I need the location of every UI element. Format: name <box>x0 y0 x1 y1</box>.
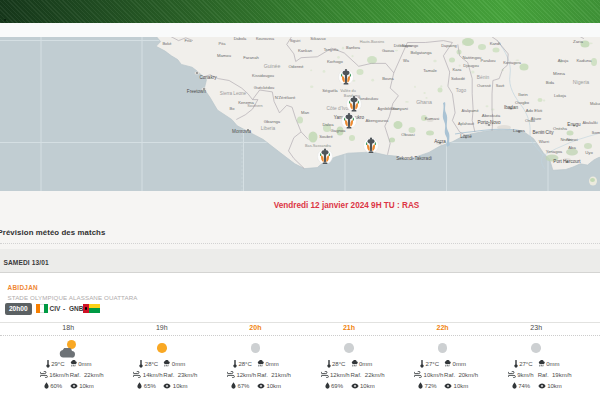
svg-text:Porto-Novo: Porto-Novo <box>477 120 501 125</box>
svg-text:Hauts-Bassins: Hauts-Bassins <box>360 40 385 44</box>
svg-text:Abakaliki: Abakaliki <box>582 121 597 125</box>
svg-text:Soubré: Soubré <box>319 134 333 139</box>
svg-text:Onitsha: Onitsha <box>553 126 568 131</box>
svg-text:Liberia: Liberia <box>261 126 276 131</box>
svg-text:Daloa: Daloa <box>323 122 335 127</box>
svg-text:Lokoja: Lokoja <box>554 93 567 98</box>
svg-text:Kara: Kara <box>453 67 463 72</box>
svg-text:Osogbo: Osogbo <box>515 100 530 105</box>
svg-text:Sierra Leone: Sierra Leone <box>220 91 247 96</box>
svg-text:Sekondi-Takoradi: Sekondi-Takoradi <box>396 156 432 161</box>
svg-text:Siguiri: Siguiri <box>290 39 301 43</box>
svg-text:Ikom: Ikom <box>592 130 600 135</box>
svg-text:Akure: Akure <box>531 116 542 121</box>
svg-text:Kaduna: Kaduna <box>576 58 592 63</box>
svg-text:Boké: Boké <box>162 41 172 46</box>
svg-text:Sokodé: Sokodé <box>451 76 466 81</box>
svg-text:Freetown: Freetown <box>187 89 207 94</box>
svg-text:Minna: Minna <box>553 71 566 76</box>
svg-text:Ibadan: Ibadan <box>504 105 518 110</box>
svg-text:Bondoukou: Bondoukou <box>358 96 378 101</box>
svg-text:Ado Ekiti: Ado Ekiti <box>526 108 543 113</box>
svg-text:Abuja: Abuja <box>558 58 569 63</box>
svg-text:Navrongo: Navrongo <box>402 44 418 48</box>
svg-text:Port Harcourt: Port Harcourt <box>553 159 581 164</box>
svg-text:Natitingou: Natitingou <box>463 55 483 60</box>
svg-text:Nigeria: Nigeria <box>573 79 590 85</box>
svg-text:Gbarnga: Gbarnga <box>264 119 281 124</box>
svg-text:Togo: Togo <box>456 88 467 93</box>
svg-text:Kontagora: Kontagora <box>503 61 521 65</box>
svg-text:N'Zérékoré: N'Zérékoré <box>275 95 296 100</box>
svg-text:Bo: Bo <box>230 106 236 111</box>
svg-text:Dabola: Dabola <box>234 37 247 41</box>
svg-text:Faranah: Faranah <box>243 55 259 60</box>
svg-text:Ilorin: Ilorin <box>518 92 528 97</box>
svg-text:Séguéla: Séguéla <box>322 88 338 93</box>
svg-text:Fria: Fria <box>185 38 193 43</box>
svg-text:Uyo: Uyo <box>585 150 593 155</box>
svg-text:Pita: Pita <box>219 41 227 46</box>
svg-text:Bouna: Bouna <box>382 76 394 81</box>
svg-text:Bénin: Bénin <box>477 75 490 80</box>
svg-text:Monrovia: Monrovia <box>232 129 251 134</box>
svg-text:Bas-Sassandra: Bas-Sassandra <box>305 144 332 148</box>
svg-text:Atakpamé: Atakpamé <box>461 109 478 113</box>
svg-text:Savè: Savè <box>496 84 505 88</box>
svg-text:Guéckédou: Guéckédou <box>254 85 274 90</box>
svg-text:Djougou: Djougou <box>463 63 479 68</box>
svg-text:Benin City: Benin City <box>533 130 555 135</box>
svg-text:Sikasso: Sikasso <box>310 37 326 41</box>
svg-text:Obuasi: Obuasi <box>401 132 414 137</box>
svg-text:Wa: Wa <box>403 58 410 63</box>
svg-text:Ghana: Ghana <box>416 99 432 105</box>
svg-text:Odienné: Odienné <box>288 64 304 69</box>
svg-text:Lagos: Lagos <box>513 128 526 133</box>
svg-text:Vallée du: Vallée du <box>340 89 356 93</box>
svg-text:Conakry: Conakry <box>199 75 217 80</box>
svg-text:Lomé: Lomé <box>460 134 472 139</box>
svg-text:Kouroussa: Kouroussa <box>256 37 275 41</box>
svg-text:Banfora: Banfora <box>346 45 361 50</box>
svg-text:Abengourou: Abengourou <box>366 118 389 123</box>
svg-text:Dapaong: Dapaong <box>441 44 456 48</box>
svg-text:Southern: Southern <box>247 104 262 108</box>
svg-text:Aba: Aba <box>568 145 576 150</box>
svg-text:Mamou: Mamou <box>217 53 232 58</box>
svg-text:Abeokuta: Abeokuta <box>482 113 501 118</box>
svg-text:Bida: Bida <box>546 80 555 85</box>
svg-text:Ouessè: Ouessè <box>477 83 492 88</box>
svg-text:Kankan: Kankan <box>298 48 313 53</box>
svg-text:Korhogo: Korhogo <box>327 59 344 64</box>
svg-text:Zaria: Zaria <box>573 39 584 44</box>
svg-text:Enugu: Enugu <box>567 122 581 127</box>
svg-text:Gaoua: Gaoua <box>382 48 395 53</box>
svg-text:Kandi: Kandi <box>490 41 501 46</box>
svg-text:Warri: Warri <box>539 139 549 144</box>
svg-text:Yenagoa: Yenagoa <box>546 149 563 154</box>
svg-text:Bolgatanga: Bolgatanga <box>410 50 432 55</box>
svg-text:Aplahoué: Aplahoué <box>458 122 474 126</box>
svg-text:Parakou: Parakou <box>481 58 496 63</box>
svg-text:Kumasi: Kumasi <box>425 116 440 121</box>
svg-text:Makurdi: Makurdi <box>590 101 600 106</box>
svg-text:Tamale: Tamale <box>423 68 437 73</box>
svg-text:Accra: Accra <box>434 139 446 144</box>
svg-text:Gagnoa: Gagnoa <box>331 128 347 133</box>
svg-text:Guinée: Guinée <box>264 63 281 69</box>
svg-text:Man: Man <box>301 110 310 115</box>
svg-text:Tengréla: Tengréla <box>324 48 339 52</box>
svg-text:Nnewi: Nnewi <box>566 137 577 142</box>
svg-text:Agnibilékrou: Agnibilékrou <box>378 107 399 111</box>
svg-text:Kissidougou: Kissidougou <box>252 73 274 78</box>
